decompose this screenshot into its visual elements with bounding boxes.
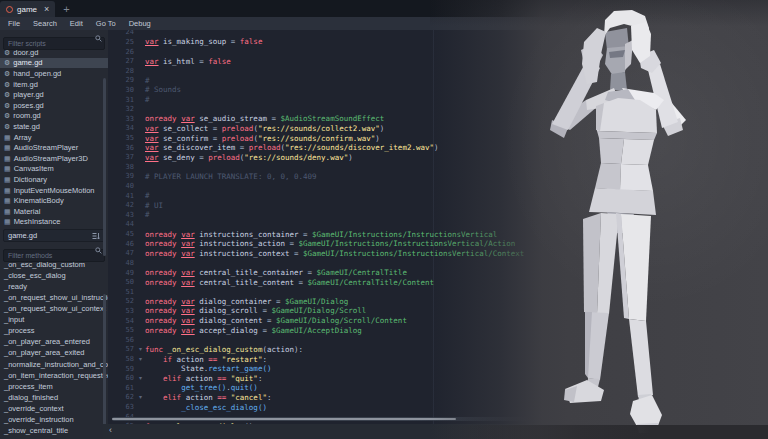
code-text: onready var central_title_container = $G… bbox=[145, 268, 407, 277]
code-text: # bbox=[145, 191, 150, 200]
item-label: _process bbox=[4, 326, 34, 335]
method-item--show-central-title[interactable]: _show_central_title bbox=[0, 425, 108, 436]
script-icon: ⚙ bbox=[4, 112, 10, 119]
line-number: 45 bbox=[108, 230, 136, 238]
class-icon: ▦ bbox=[4, 165, 11, 172]
line-number: 32 bbox=[108, 105, 136, 113]
script-item-dictionary[interactable]: ▦Dictionary bbox=[0, 174, 108, 185]
script-icon: ⚙ bbox=[4, 70, 10, 77]
item-label: _on_player_area_exited bbox=[4, 348, 84, 357]
code-text: _close_esc_dialog() bbox=[145, 403, 267, 412]
script-item-array[interactable]: ▦Array bbox=[0, 132, 108, 143]
script-item-material[interactable]: ▦Material bbox=[0, 206, 108, 217]
methods-scrollbar[interactable] bbox=[103, 294, 106, 439]
script-icon: ⚙ bbox=[4, 49, 10, 56]
script-item-door-gd[interactable]: ⚙door.gd bbox=[0, 47, 108, 58]
method-item--close-esc-dialog[interactable]: _close_esc_dialog bbox=[0, 270, 108, 281]
fold-arrow-icon[interactable]: ▾ bbox=[136, 356, 145, 362]
filter-scripts-row bbox=[3, 32, 105, 45]
horizontal-scrollbar-thumb[interactable] bbox=[112, 418, 456, 420]
sort-methods-icon[interactable] bbox=[92, 232, 100, 240]
line-number: 58 bbox=[108, 355, 136, 363]
method-item--override-instruction[interactable]: _override_instruction bbox=[0, 414, 108, 425]
line-number: 33 bbox=[108, 115, 136, 123]
method-item--ready[interactable]: _ready bbox=[0, 281, 108, 292]
item-label: _ready bbox=[4, 282, 27, 291]
method-item--on-player-area-exited[interactable]: _on_player_area_exited bbox=[0, 347, 108, 358]
close-tab-icon[interactable]: × bbox=[44, 5, 49, 14]
collapse-panel-icon[interactable]: ‹ bbox=[109, 425, 112, 435]
line-number: 24 bbox=[108, 30, 136, 36]
code-text: var se_deny = preload("res://sounds/deny… bbox=[145, 153, 353, 162]
method-item--dialog-finished[interactable]: _dialog_finished bbox=[0, 392, 108, 403]
method-item--input[interactable]: _input bbox=[0, 314, 108, 325]
item-label: door.gd bbox=[13, 48, 38, 57]
line-number: 60 bbox=[108, 374, 136, 382]
script-item-hand-open-gd[interactable]: ⚙hand_open.gd bbox=[0, 68, 108, 79]
script-item-state-gd[interactable]: ⚙state.gd bbox=[0, 121, 108, 132]
scripts-list: ⚙door.gd⚙game.gd⚙hand_open.gd⚙item.gd⚙pl… bbox=[0, 47, 108, 227]
script-item-meshinstance[interactable]: ▦MeshInstance bbox=[0, 217, 108, 228]
class-icon: ▦ bbox=[4, 134, 11, 141]
method-item--on-request-show-ui-context[interactable]: _on_request_show_ui_context bbox=[0, 303, 108, 314]
script-item-room-gd[interactable]: ⚙room.gd bbox=[0, 111, 108, 122]
script-item-inputeventmousemotion[interactable]: ▦InputEventMouseMotion bbox=[0, 185, 108, 196]
class-icon: ▦ bbox=[4, 208, 11, 215]
method-item--process-item[interactable]: _process_item bbox=[0, 381, 108, 392]
method-item--on-player-area-entered[interactable]: _on_player_area_entered bbox=[0, 336, 108, 347]
menu-file[interactable]: File bbox=[8, 19, 20, 28]
line-number: 62 bbox=[108, 393, 136, 401]
code-text: var is_html = false bbox=[145, 57, 231, 66]
line-number: 29 bbox=[108, 76, 136, 84]
line-number: 39 bbox=[108, 172, 136, 180]
code-text: onready var dialog_container = $GameUI/D… bbox=[145, 297, 348, 306]
fold-arrow-icon[interactable]: ▾ bbox=[136, 394, 145, 400]
line-number: 51 bbox=[108, 288, 136, 296]
scripts-scrollbar[interactable] bbox=[103, 78, 106, 256]
code-text: onready var accept_dialog = $GameUI/Acce… bbox=[145, 326, 362, 335]
line-number: 30 bbox=[108, 86, 136, 94]
scene-tab-game[interactable]: game × bbox=[0, 1, 55, 17]
code-text: if action == "restart": bbox=[145, 355, 267, 364]
script-item-canvasitem[interactable]: ▦CanvasItem bbox=[0, 164, 108, 175]
method-item--override-context[interactable]: _override_context bbox=[0, 403, 108, 414]
script-item-audiostreamplayer3d[interactable]: ▦AudioStreamPlayer3D bbox=[0, 153, 108, 164]
script-icon: ⚙ bbox=[4, 91, 10, 98]
item-label: _input bbox=[4, 315, 24, 324]
method-item--normalize-instruction-and-con[interactable]: _normalize_instruction_and_con bbox=[0, 359, 108, 370]
code-text: var se_discover_item = preload("res://so… bbox=[145, 143, 439, 152]
fold-arrow-icon[interactable]: ▾ bbox=[136, 346, 145, 352]
item-label: _on_request_show_ui_context bbox=[4, 304, 106, 313]
line-number: 34 bbox=[108, 124, 136, 132]
method-item--on-esc-dialog-custom[interactable]: _on_esc_dialog_custom bbox=[0, 259, 108, 270]
item-label: AudioStreamPlayer bbox=[14, 143, 79, 152]
menu-edit[interactable]: Edit bbox=[70, 19, 83, 28]
method-item--process[interactable]: _process bbox=[0, 325, 108, 336]
script-item-poses-gd[interactable]: ⚙poses.gd bbox=[0, 100, 108, 111]
add-scene-tab-icon[interactable]: + bbox=[63, 4, 69, 15]
script-item-game-gd[interactable]: ⚙game.gd bbox=[0, 58, 108, 69]
item-label: _normalize_instruction_and_con bbox=[4, 360, 108, 369]
code-text: # bbox=[145, 76, 150, 85]
current-script-label: game.gd bbox=[8, 231, 92, 240]
script-item-player-gd[interactable]: ⚙player.gd bbox=[0, 89, 108, 100]
class-icon: ▦ bbox=[4, 176, 11, 183]
line-number: 43 bbox=[108, 211, 136, 219]
filter-methods-row bbox=[3, 244, 105, 257]
godot-editor-window: game × + FileSearchEditGo ToDebug ⚙door.… bbox=[0, 0, 768, 439]
script-item-kinematicbody[interactable]: ▦KinematicBody bbox=[0, 195, 108, 206]
method-item--on-request-show-ui-instruction[interactable]: _on_request_show_ui_instruction bbox=[0, 292, 108, 303]
class-icon: ▦ bbox=[4, 197, 11, 204]
fold-arrow-icon[interactable]: ▾ bbox=[136, 375, 145, 381]
menu-search[interactable]: Search bbox=[33, 19, 57, 28]
method-item--on-item-interaction-requested[interactable]: _on_item_interaction_requested bbox=[0, 370, 108, 381]
menu-debug[interactable]: Debug bbox=[129, 19, 151, 28]
script-item-item-gd[interactable]: ⚙item.gd bbox=[0, 79, 108, 90]
script-item-audiostreamplayer[interactable]: ▦AudioStreamPlayer bbox=[0, 142, 108, 153]
menu-go-to[interactable]: Go To bbox=[96, 19, 116, 28]
line-number: 38 bbox=[108, 163, 136, 171]
code-text: # bbox=[145, 210, 150, 219]
item-label: player.gd bbox=[13, 90, 43, 99]
line-number: 41 bbox=[108, 192, 136, 200]
line-number: 36 bbox=[108, 144, 136, 152]
